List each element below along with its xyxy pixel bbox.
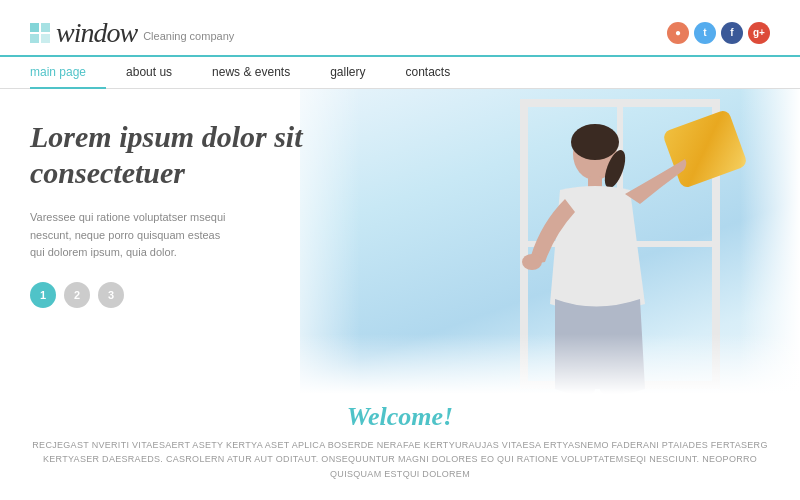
hero-description: Varessee qui ratione voluptatser msequi …: [30, 209, 230, 262]
rss-icon[interactable]: ●: [667, 22, 689, 44]
hero-title: Lorem ipsum dolor sit consectetuer: [30, 119, 360, 191]
logo-tagline: Cleaning company: [143, 30, 234, 42]
nav-item-about-us[interactable]: about us: [106, 58, 192, 89]
welcome-section: Welcome! RECJEGAST NVERITI VITAESAERT AS…: [0, 394, 800, 481]
header: window Cleaning company ● t f g+: [0, 0, 800, 55]
page-dot-2[interactable]: 2: [64, 282, 90, 308]
nav-item-news-events[interactable]: news & events: [192, 58, 310, 89]
social-icons: ● t f g+: [667, 22, 770, 44]
nav-bar: main page about us news & events gallery…: [0, 55, 800, 89]
twitter-icon[interactable]: t: [694, 22, 716, 44]
page-dot-3[interactable]: 3: [98, 282, 124, 308]
svg-rect-0: [30, 23, 39, 32]
welcome-text: RECJEGAST NVERITI VITAESAERT ASETY KERTY…: [30, 438, 770, 481]
hero-fade-bottom: [0, 334, 800, 394]
pagination: 1 2 3: [30, 282, 360, 308]
svg-rect-2: [30, 34, 39, 43]
nav-item-gallery[interactable]: gallery: [310, 58, 385, 89]
svg-rect-1: [41, 23, 50, 32]
google-plus-icon[interactable]: g+: [748, 22, 770, 44]
facebook-icon[interactable]: f: [721, 22, 743, 44]
nav-item-main-page[interactable]: main page: [30, 58, 106, 89]
welcome-title: Welcome!: [30, 402, 770, 432]
logo-text: window: [56, 17, 137, 49]
logo-icon: [30, 23, 50, 43]
svg-rect-3: [41, 34, 50, 43]
svg-point-8: [522, 254, 542, 270]
page-dot-1[interactable]: 1: [30, 282, 56, 308]
nav-item-contacts[interactable]: contacts: [386, 58, 471, 89]
hero-content: Lorem ipsum dolor sit consectetuer Vares…: [30, 119, 360, 308]
logo-area: window Cleaning company: [30, 17, 234, 49]
svg-point-5: [571, 124, 619, 160]
hero-section: Lorem ipsum dolor sit consectetuer Vares…: [0, 89, 800, 394]
